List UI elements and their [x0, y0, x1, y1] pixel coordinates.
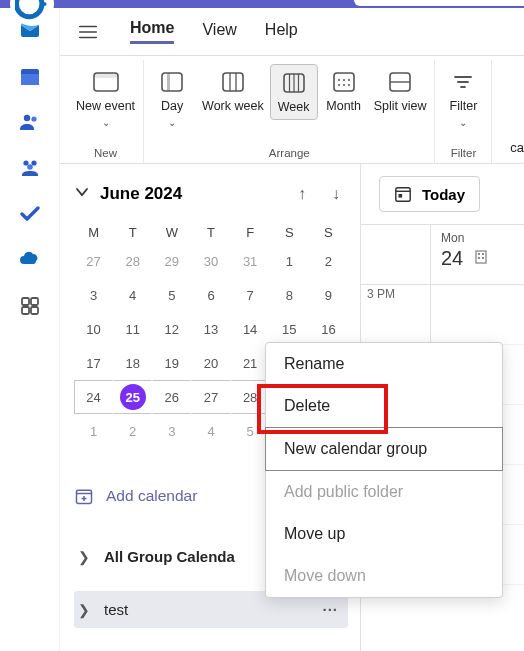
svg-point-31	[348, 84, 350, 86]
mini-cal-day[interactable]: 5	[231, 414, 270, 448]
mini-cal-day[interactable]: 18	[113, 346, 152, 380]
mini-cal-day[interactable]: 31	[231, 244, 270, 278]
calendar-group-label: test	[104, 601, 128, 618]
time-label: 3 PM	[361, 285, 430, 345]
mini-cal-day[interactable]: 4	[113, 278, 152, 312]
work-week-button[interactable]: Work week	[198, 64, 268, 118]
ribbon-group-filter: Filter	[451, 145, 477, 163]
dow-header: M	[74, 220, 113, 244]
mini-cal-day[interactable]: 2	[113, 414, 152, 448]
mini-cal-day[interactable]: 11	[113, 312, 152, 346]
svg-point-7	[23, 160, 28, 165]
mini-cal-day[interactable]: 5	[152, 278, 191, 312]
week-label: Week	[278, 99, 310, 115]
day-name: Mon	[441, 231, 514, 245]
mini-cal-day[interactable]: 1	[270, 244, 309, 278]
svg-rect-10	[22, 298, 29, 305]
day-view-button[interactable]: Day ⌄	[148, 64, 196, 133]
mini-cal-day[interactable]: 28	[231, 380, 270, 414]
month-view-button[interactable]: Month	[320, 64, 368, 118]
mini-cal-day[interactable]: 21	[231, 346, 270, 380]
dow-header: T	[113, 220, 152, 244]
tab-help[interactable]: Help	[265, 21, 298, 43]
apps-icon[interactable]	[16, 292, 44, 320]
svg-rect-25	[334, 73, 354, 91]
today-button[interactable]: Today	[379, 176, 480, 212]
mini-cal-day[interactable]: 10	[74, 312, 113, 346]
prev-month-button[interactable]: ↑	[290, 182, 314, 206]
svg-rect-48	[482, 257, 484, 259]
mini-cal-day[interactable]: 3	[74, 278, 113, 312]
ctx-rename[interactable]: Rename	[266, 343, 502, 385]
month-title: June 2024	[100, 184, 280, 204]
svg-rect-4	[21, 74, 39, 85]
mini-cal-day[interactable]: 1	[74, 414, 113, 448]
work-week-label: Work week	[202, 98, 264, 114]
new-event-icon	[93, 70, 119, 94]
day-label: Day	[161, 98, 183, 114]
todo-icon[interactable]	[16, 200, 44, 228]
dow-header: T	[191, 220, 230, 244]
week-view-button[interactable]: Week	[270, 64, 318, 120]
add-calendar-label: Add calendar	[106, 487, 197, 505]
mini-cal-day[interactable]: 26	[152, 380, 191, 414]
chevron-right-icon: ❯	[78, 602, 90, 618]
mini-cal-day[interactable]: 25	[113, 380, 152, 414]
ctx-move-up[interactable]: Move up	[266, 513, 502, 555]
ctx-move-down: Move down	[266, 555, 502, 597]
onedrive-icon[interactable]	[16, 246, 44, 274]
ribbon-group-new: New	[94, 145, 117, 163]
month-collapse-chevron[interactable]	[74, 184, 90, 204]
tab-home[interactable]: Home	[130, 19, 174, 44]
mini-cal-day[interactable]: 7	[231, 278, 270, 312]
mini-cal-day[interactable]: 30	[191, 244, 230, 278]
mini-cal-day[interactable]: 28	[113, 244, 152, 278]
schedule-slot[interactable]	[431, 285, 524, 345]
mini-cal-day[interactable]: 24	[74, 380, 113, 414]
ctx-new-calendar-group[interactable]: New calendar group	[265, 427, 503, 471]
month-label: Month	[326, 98, 361, 114]
mini-cal-day[interactable]: 12	[152, 312, 191, 346]
ctx-delete[interactable]: Delete	[266, 385, 502, 427]
mini-cal-day[interactable]: 13	[191, 312, 230, 346]
svg-rect-41	[396, 188, 410, 202]
mini-cal-day[interactable]: 8	[270, 278, 309, 312]
mini-cal-day[interactable]: 4	[191, 414, 230, 448]
new-event-button[interactable]: New event ⌄	[72, 64, 139, 133]
svg-rect-43	[399, 194, 403, 198]
split-view-button[interactable]: Split view	[370, 64, 431, 118]
mini-cal-day[interactable]: 9	[309, 278, 348, 312]
day-column-header[interactable]: Mon 24	[431, 225, 524, 285]
mini-cal-day[interactable]: 17	[74, 346, 113, 380]
mini-cal-day[interactable]: 27	[74, 244, 113, 278]
chevron-right-icon: ❯	[78, 549, 90, 565]
hamburger-icon[interactable]	[74, 18, 102, 46]
mini-cal-day[interactable]: 2	[309, 244, 348, 278]
tab-view[interactable]: View	[202, 21, 236, 43]
week-icon	[283, 71, 305, 95]
groups-icon[interactable]	[16, 154, 44, 182]
svg-point-2	[43, 2, 47, 6]
mini-cal-day[interactable]: 20	[191, 346, 230, 380]
filter-button[interactable]: Filter ⌄	[439, 64, 487, 133]
svg-point-5	[23, 115, 29, 121]
ctx-add-public-folder: Add public folder	[266, 471, 502, 513]
calendar-group-label: All Group Calenda	[104, 548, 235, 565]
svg-rect-13	[31, 307, 38, 314]
mini-cal-day[interactable]: 19	[152, 346, 191, 380]
svg-point-26	[338, 79, 340, 81]
mini-cal-day[interactable]: 6	[191, 278, 230, 312]
menu-bar: Home View Help	[60, 8, 524, 56]
new-event-label: New event	[76, 98, 135, 114]
people-icon[interactable]	[16, 108, 44, 136]
mini-cal-day[interactable]: 27	[191, 380, 230, 414]
mini-cal-day[interactable]: 3	[152, 414, 191, 448]
calendar-icon[interactable]	[16, 62, 44, 90]
mini-cal-day[interactable]: 14	[231, 312, 270, 346]
mini-cal-day[interactable]: 15	[270, 312, 309, 346]
more-options-button[interactable]: ···	[316, 599, 344, 620]
next-month-button[interactable]: ↓	[324, 182, 348, 206]
svg-rect-11	[31, 298, 38, 305]
mini-cal-day[interactable]: 29	[152, 244, 191, 278]
mini-cal-day[interactable]: 16	[309, 312, 348, 346]
